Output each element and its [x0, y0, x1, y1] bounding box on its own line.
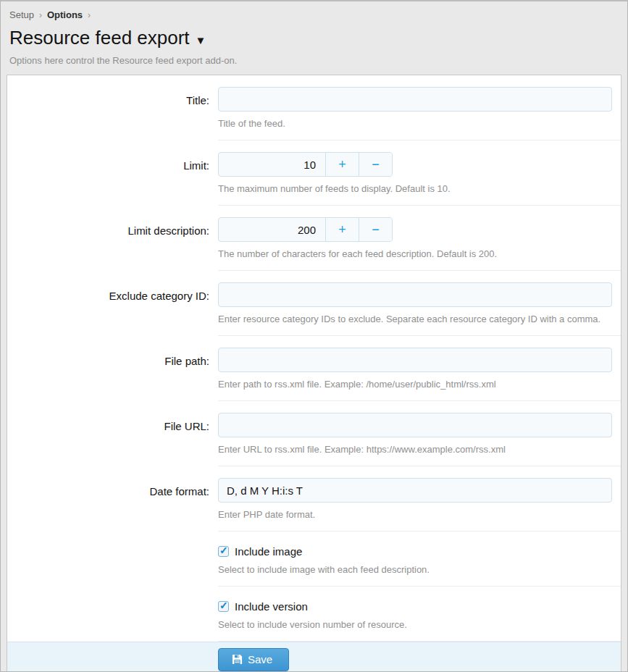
field-hint: Select to include image with each feed d…	[218, 564, 612, 575]
include-version-checkbox[interactable]: Include version	[218, 598, 612, 613]
save-button-label: Save	[248, 653, 272, 665]
increment-button[interactable]: +	[325, 218, 359, 241]
field-label: Exclude category ID:	[7, 271, 218, 336]
form-row-date-format: Date format: Enter PHP date format.	[7, 466, 621, 532]
increment-button[interactable]: +	[325, 153, 359, 176]
form-row-exclude-category-id: Exclude category ID: Enter resource cate…	[7, 271, 621, 336]
decrement-button[interactable]: −	[359, 218, 392, 241]
limit-input[interactable]	[219, 153, 325, 176]
form-row-include-version: Include version Select to include versio…	[7, 587, 621, 642]
save-button[interactable]: Save	[218, 648, 289, 671]
field-hint: Enter PHP date format.	[218, 509, 612, 520]
include-image-checkbox[interactable]: Include image	[218, 543, 612, 558]
checkbox-label: Include image	[235, 545, 302, 558]
checkbox-label: Include version	[235, 600, 308, 613]
limit-stepper: + −	[218, 152, 393, 177]
checkbox-checked-icon[interactable]	[218, 601, 229, 612]
breadcrumb-options[interactable]: Options	[47, 9, 83, 20]
limit-description-stepper: + −	[218, 217, 393, 242]
page-header: Setup › Options › Resource feed export ▼…	[1, 1, 627, 75]
field-label: File path:	[7, 336, 218, 401]
field-label: File URL:	[7, 401, 218, 466]
field-label: Limit:	[7, 140, 218, 206]
field-label: Date format:	[7, 466, 218, 532]
form-row-file-path: File path: Enter path to rss.xml file. E…	[7, 336, 621, 401]
limit-description-input[interactable]	[219, 218, 325, 241]
field-hint: Enter URL to rss.xml file. Example: http…	[218, 444, 612, 455]
breadcrumb-separator-icon: ›	[39, 10, 42, 20]
page-title: Resource feed export	[9, 27, 190, 49]
save-floppy-icon	[232, 654, 243, 665]
file-path-input[interactable]	[218, 348, 612, 372]
field-hint: The maximum number of feeds to display. …	[218, 183, 612, 194]
field-label: Title:	[7, 75, 218, 140]
field-hint: Enter path to rss.xml file. Example: /ho…	[218, 379, 612, 390]
breadcrumb: Setup › Options ›	[9, 9, 619, 20]
file-url-input[interactable]	[218, 413, 612, 437]
chevron-down-icon: ▼	[196, 30, 206, 46]
breadcrumb-separator-icon: ›	[88, 10, 91, 20]
checkbox-checked-icon[interactable]	[218, 546, 229, 557]
field-hint: The number of characters for each feed d…	[218, 248, 612, 259]
options-panel: Title: Title of the feed. Limit: + − The…	[7, 75, 621, 672]
date-format-input[interactable]	[218, 478, 612, 503]
exclude-category-id-input[interactable]	[218, 282, 612, 307]
field-hint: Select to include version number of reso…	[218, 619, 612, 630]
panel-footer: Save	[7, 642, 621, 672]
form-row-limit: Limit: + − The maximum number of feeds t…	[7, 140, 621, 206]
title-input[interactable]	[218, 87, 612, 112]
page-title-dropdown[interactable]: Resource feed export ▼	[9, 27, 619, 49]
breadcrumb-setup[interactable]: Setup	[9, 9, 34, 20]
field-hint: Enter resource category IDs to exclude. …	[218, 314, 612, 324]
form-row-title: Title: Title of the feed.	[7, 75, 621, 140]
decrement-button[interactable]: −	[359, 153, 392, 176]
page-description: Options here control the Resource feed e…	[9, 55, 619, 66]
field-label: Limit description:	[7, 206, 218, 271]
form-row-limit-description: Limit description: + − The number of cha…	[7, 206, 621, 271]
form-row-file-url: File URL: Enter URL to rss.xml file. Exa…	[7, 401, 621, 466]
field-hint: Title of the feed.	[218, 118, 612, 129]
form-row-include-image: Include image Select to include image wi…	[7, 532, 621, 587]
